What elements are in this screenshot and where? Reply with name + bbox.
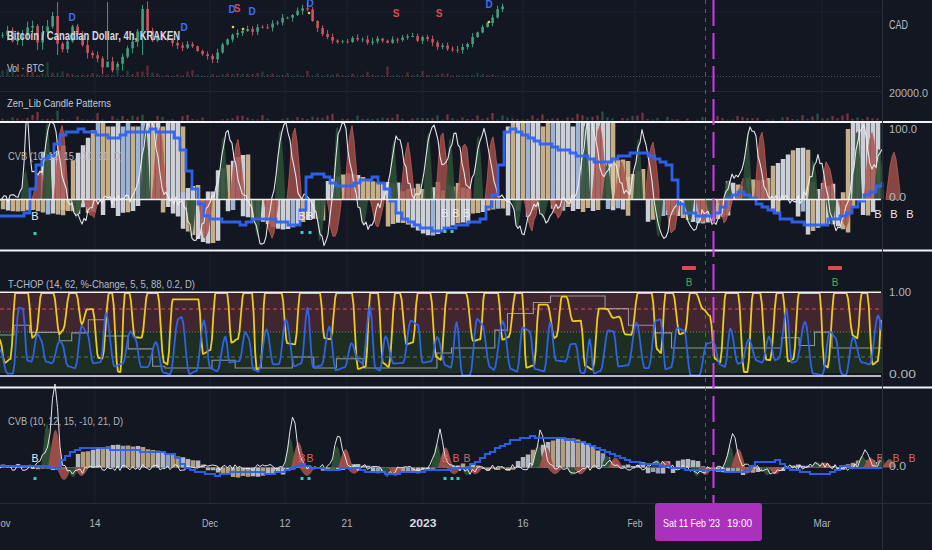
svg-text:B: B — [31, 210, 38, 222]
svg-text:12: 12 — [280, 517, 291, 529]
svg-text:B: B — [874, 208, 881, 220]
svg-text:B: B — [890, 208, 897, 220]
svg-text:B: B — [306, 210, 313, 222]
svg-text:B: B — [306, 452, 313, 464]
svg-text:14: 14 — [90, 517, 101, 529]
svg-text:B: B — [441, 452, 448, 464]
svg-text:D: D — [68, 12, 75, 23]
svg-text:Zen_Lib Candle Patterns: Zen_Lib Candle Patterns — [7, 97, 111, 109]
svg-text:Mar: Mar — [814, 517, 831, 529]
svg-text:D: D — [306, 0, 313, 9]
svg-text:21: 21 — [342, 517, 353, 529]
svg-text:B: B — [686, 277, 693, 288]
svg-text:B: B — [906, 208, 913, 220]
svg-text:100.0: 100.0 — [889, 123, 917, 135]
svg-text:B: B — [452, 452, 459, 464]
svg-text:B: B — [452, 207, 459, 219]
svg-text:Sat 11 Feb '23: Sat 11 Feb '23 — [663, 517, 720, 529]
svg-text:Bitcoin / Canadian Dollar, 4h,: Bitcoin / Canadian Dollar, 4h, KRAKEN — [7, 29, 180, 43]
svg-text:2023: 2023 — [410, 517, 437, 529]
svg-text:S: S — [234, 3, 241, 14]
svg-text:D: D — [485, 0, 492, 10]
svg-text:Feb: Feb — [628, 517, 643, 529]
svg-text:0.0: 0.0 — [889, 191, 906, 203]
svg-text:B: B — [463, 452, 470, 464]
svg-text:19:00: 19:00 — [727, 517, 752, 529]
svg-text:B: B — [298, 210, 305, 222]
svg-text:B: B — [463, 207, 470, 219]
svg-text:0.00: 0.00 — [889, 368, 916, 380]
svg-text:S: S — [393, 8, 400, 19]
svg-text:B: B — [298, 452, 305, 464]
svg-text:20000.0: 20000.0 — [889, 87, 928, 99]
svg-text:Dec: Dec — [202, 517, 218, 529]
svg-text:Vol · BTC: Vol · BTC — [7, 62, 44, 74]
svg-text:B: B — [832, 277, 839, 288]
svg-text:1.00: 1.00 — [889, 286, 911, 298]
svg-text:B: B — [31, 452, 38, 464]
svg-text:D: D — [248, 6, 255, 17]
svg-text:D: D — [180, 22, 187, 33]
svg-text:B: B — [908, 452, 915, 464]
svg-text:Nov: Nov — [0, 517, 11, 529]
svg-text:S: S — [436, 8, 443, 19]
svg-text:0.0: 0.0 — [889, 460, 906, 472]
svg-text:CAD: CAD — [889, 18, 908, 32]
svg-text:T-CHOP (14, 62, %-Change, 5, 5: T-CHOP (14, 62, %-Change, 5, 5, 88, 0.2,… — [8, 278, 195, 290]
svg-text:16: 16 — [518, 517, 529, 529]
svg-text:CVB (10, 12, 15, -10, 21, D): CVB (10, 12, 15, -10, 21, D) — [8, 415, 123, 427]
svg-text:CVB (10, 12, 15, -10, 21, D): CVB (10, 12, 15, -10, 21, D) — [8, 150, 123, 162]
svg-text:B: B — [441, 207, 448, 219]
